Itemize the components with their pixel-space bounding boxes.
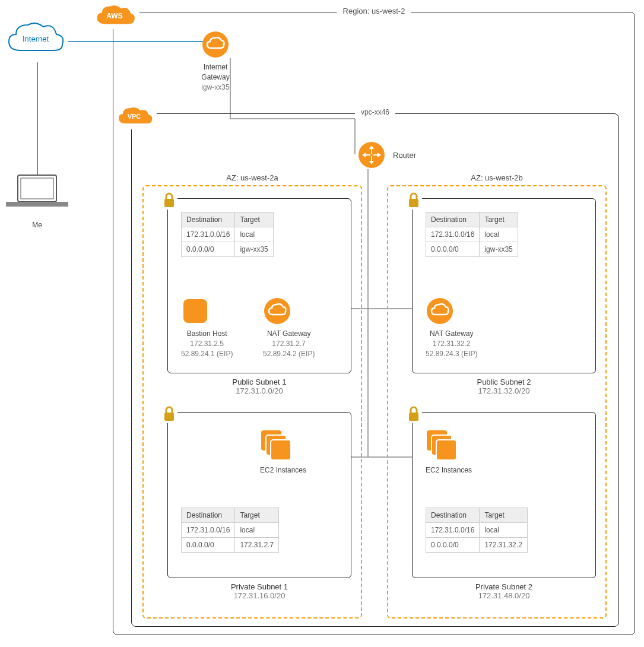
svg-text:AWS: AWS — [106, 12, 122, 20]
region-box: Region: us-west-2 AWS Internet Gateway i… — [113, 12, 635, 635]
route-table-priv2: DestinationTarget 172.31.0.0/16local 0.0… — [426, 508, 528, 553]
laptop-icon: Me — [3, 172, 71, 230]
vpc-id: vpc-xx46 — [355, 108, 395, 116]
router-label: Router — [393, 151, 416, 160]
svg-rect-22 — [164, 413, 174, 421]
private-subnet-2: EC2 Instances DestinationTarget 172.31.0… — [412, 412, 596, 578]
az1-label: AZ: us-west-2a — [226, 173, 278, 182]
svg-rect-20 — [183, 299, 207, 323]
cloud-circle-icon — [426, 297, 454, 325]
public-subnet-2-title: Public Subnet 2 172.31.32.0/20 — [477, 378, 531, 395]
public-subnet-1: DestinationTarget 172.31.0.0/16local 0.0… — [167, 198, 351, 373]
svg-rect-14 — [6, 202, 68, 207]
me-label: Me — [3, 220, 71, 230]
private-subnet-1: EC2 Instances DestinationTarget 172.31.0… — [167, 412, 351, 578]
vpc-box: VPC vpc-xx46 Router AZ: us-west-2a — [131, 113, 619, 627]
instances-stack-icon — [260, 429, 293, 462]
svg-rect-31 — [436, 440, 456, 460]
lock-icon — [405, 191, 422, 210]
route-table-pub2: DestinationTarget 172.31.0.0/16local 0.0… — [426, 212, 518, 257]
cloud-circle-icon — [201, 30, 230, 59]
svg-rect-28 — [409, 413, 418, 421]
vpc-badge-icon: VPC — [114, 103, 157, 129]
internet-cloud: Internet — [3, 18, 68, 62]
internet-label: Internet — [3, 34, 68, 43]
route-table-pub1: DestinationTarget 172.31.0.0/16local 0.0… — [181, 212, 274, 257]
private-subnet-1-title: Private Subnet 1 172.31.16.0/20 — [231, 582, 288, 600]
svg-rect-19 — [164, 199, 174, 207]
svg-text:VPC: VPC — [128, 113, 141, 120]
public-subnet-1-title: Public Subnet 1 172.31.0.0/20 — [232, 378, 286, 395]
server-icon — [181, 297, 210, 325]
lock-icon — [405, 404, 422, 423]
public-subnet-2: DestinationTarget 172.31.0.0/16local 0.0… — [412, 198, 596, 373]
nat-gateway-2-node: NAT Gateway 172.31.32.2 52.89.24.3 (EIP) — [426, 297, 477, 359]
svg-rect-25 — [271, 440, 291, 460]
instances-stack-icon — [426, 429, 458, 462]
az1-box: AZ: us-west-2a DestinationTarget 172.31.… — [142, 185, 362, 619]
internet-gateway-node: Internet Gateway igw-xx35 — [201, 30, 230, 92]
bastion-host-node: Bastion Host 172.31.2.5 52.89.24.1 (EIP) — [181, 297, 233, 359]
route-table-priv1: DestinationTarget 172.31.0.0/16local 0.0… — [181, 508, 279, 553]
router-node: Router — [357, 141, 416, 169]
router-icon — [357, 141, 386, 169]
svg-rect-13 — [21, 178, 53, 199]
az2-label: AZ: us-west-2b — [471, 173, 522, 182]
ec2-instances-1: EC2 Instances — [260, 429, 306, 475]
lock-icon — [161, 404, 177, 423]
region-label: Region: us-west-2 — [337, 7, 411, 15]
svg-rect-26 — [409, 199, 418, 207]
ec2-instances-2: EC2 Instances — [426, 429, 472, 475]
igw-title: Internet Gateway igw-xx35 — [201, 62, 230, 92]
private-subnet-2-title: Private Subnet 2 172.31.48.0/20 — [475, 582, 532, 600]
az2-box: AZ: us-west-2b DestinationTarget 172.31.… — [387, 185, 607, 619]
nat-gateway-1-node: NAT Gateway 172.31.2.7 52.89.24.2 (EIP) — [263, 297, 315, 359]
cloud-circle-icon — [263, 297, 291, 325]
lock-icon — [161, 191, 177, 210]
aws-badge-icon: AWS — [93, 2, 139, 29]
